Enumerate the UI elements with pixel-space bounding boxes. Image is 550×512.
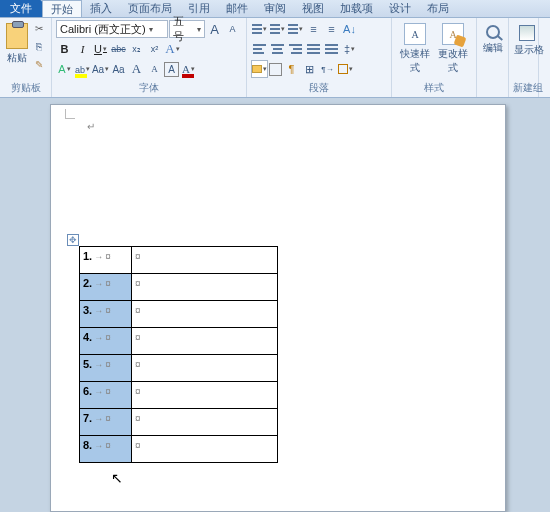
paste-label: 粘贴 bbox=[5, 51, 28, 65]
table-cell-content[interactable]: ¤ bbox=[132, 409, 278, 436]
increase-indent-button[interactable]: ≡ bbox=[323, 20, 340, 38]
table-row[interactable]: 5.→¤¤ bbox=[80, 355, 278, 382]
table-container: ✥ 1.→¤¤2.→¤¤3.→¤¤4.→¤¤5.→¤¤6.→¤¤7.→¤¤8.→… bbox=[79, 246, 505, 463]
table-row[interactable]: 7.→¤¤ bbox=[80, 409, 278, 436]
grow-font-button[interactable]: A bbox=[206, 20, 223, 38]
font-name-combo[interactable]: Calibri (西文正文)▾ bbox=[56, 20, 168, 38]
mouse-cursor: ↖ bbox=[111, 470, 123, 486]
bold-button[interactable]: B bbox=[56, 40, 73, 58]
align-right-button[interactable] bbox=[287, 40, 304, 58]
table-cell-content[interactable]: ¤ bbox=[132, 274, 278, 301]
table-row[interactable]: 2.→¤¤ bbox=[80, 274, 278, 301]
strikethrough-button[interactable]: abc bbox=[110, 40, 127, 58]
font-size-combo[interactable]: 五号▾ bbox=[169, 20, 205, 38]
chevron-down-icon: ▾ bbox=[197, 25, 201, 34]
show-grid-button[interactable]: 显示格 bbox=[513, 20, 541, 74]
numbering-button[interactable]: ▾ bbox=[269, 20, 286, 38]
table-cell-number[interactable]: 5.→¤ bbox=[80, 355, 132, 382]
italic-button[interactable]: I bbox=[74, 40, 91, 58]
change-styles-label: 更改样式 bbox=[435, 47, 471, 75]
table-row[interactable]: 1.→¤¤ bbox=[80, 247, 278, 274]
sort-button[interactable]: A↓ bbox=[341, 20, 358, 38]
table-row[interactable]: 6.→¤¤ bbox=[80, 382, 278, 409]
table-row[interactable]: 3.→¤¤ bbox=[80, 301, 278, 328]
align-center-button[interactable] bbox=[269, 40, 286, 58]
table-cell-content[interactable]: ¤ bbox=[132, 247, 278, 274]
document-viewport[interactable]: ↵ ✥ 1.→¤¤2.→¤¤3.→¤¤4.→¤¤5.→¤¤6.→¤¤7.→¤¤8… bbox=[0, 98, 550, 512]
change-case-button[interactable]: Aa▾ bbox=[92, 60, 109, 78]
tab-review[interactable]: 审阅 bbox=[256, 0, 294, 17]
phonetic-button[interactable]: A▾ bbox=[56, 60, 73, 78]
table-cell-content[interactable]: ¤ bbox=[132, 328, 278, 355]
show-marks-button[interactable]: ¶ bbox=[283, 60, 300, 78]
table-cell-number[interactable]: 8.→¤ bbox=[80, 436, 132, 463]
align-left-button[interactable] bbox=[251, 40, 268, 58]
table-cell-number[interactable]: 3.→¤ bbox=[80, 301, 132, 328]
distribute-button[interactable] bbox=[323, 40, 340, 58]
bullets-button[interactable]: ▾ bbox=[251, 20, 268, 38]
table-cell-content[interactable]: ¤ bbox=[132, 355, 278, 382]
table-cell-number[interactable]: 4.→¤ bbox=[80, 328, 132, 355]
show-grid-label: 显示格 bbox=[514, 43, 540, 57]
page[interactable]: ↵ ✥ 1.→¤¤2.→¤¤3.→¤¤4.→¤¤5.→¤¤6.→¤¤7.→¤¤8… bbox=[50, 104, 506, 512]
tab-insert[interactable]: 插入 bbox=[82, 0, 120, 17]
para-border-button[interactable]: ▾ bbox=[337, 60, 354, 78]
subscript-button[interactable]: x₂ bbox=[128, 40, 145, 58]
document-table[interactable]: 1.→¤¤2.→¤¤3.→¤¤4.→¤¤5.→¤¤6.→¤¤7.→¤¤8.→¤¤ bbox=[79, 246, 278, 463]
tab-page-layout[interactable]: 页面布局 bbox=[120, 0, 180, 17]
ribbon: 粘贴 ✂ ⎘ ✎ 剪贴板 Calibri (西文正文)▾ 五号▾ A A bbox=[0, 18, 550, 98]
borders-button[interactable] bbox=[269, 63, 282, 76]
grid-icon bbox=[519, 25, 535, 41]
copy-button[interactable]: ⎘ bbox=[31, 38, 47, 54]
format-painter-button[interactable]: ✎ bbox=[31, 56, 47, 72]
table-move-handle[interactable]: ✥ bbox=[67, 234, 79, 246]
paragraph-mark: ↵ bbox=[87, 121, 505, 132]
table-cell-content[interactable]: ¤ bbox=[132, 382, 278, 409]
quick-styles-icon: A bbox=[404, 23, 426, 45]
magnifier-icon bbox=[486, 25, 500, 39]
font-smallA-button[interactable]: A bbox=[146, 60, 163, 78]
group-styles: A 快速样式 A 更改样式 样式 bbox=[392, 18, 477, 97]
tab-layout[interactable]: 布局 bbox=[419, 0, 457, 17]
line-spacing-button[interactable]: ‡▾ bbox=[341, 40, 358, 58]
font-bigA-button[interactable]: A bbox=[128, 60, 145, 78]
clear-format-button[interactable]: Aa bbox=[110, 60, 127, 78]
change-styles-button[interactable]: A 更改样式 bbox=[434, 20, 472, 74]
find-button[interactable]: 编辑 bbox=[481, 20, 504, 74]
margin-marker bbox=[65, 109, 75, 119]
paste-button[interactable]: 粘贴 bbox=[4, 20, 29, 76]
table-row[interactable]: 4.→¤¤ bbox=[80, 328, 278, 355]
shading-button[interactable]: ▾ bbox=[251, 60, 268, 78]
font-color-button[interactable]: A▾ bbox=[180, 60, 197, 78]
edit-label: 编辑 bbox=[482, 41, 503, 55]
decrease-indent-button[interactable]: ≡ bbox=[305, 20, 322, 38]
group-paragraph: ▾ ▾ ▾ ≡ ≡ A↓ ‡▾ ▾ ¶ ⊞ ¶→ ▾ bbox=[247, 18, 392, 97]
highlight-button[interactable]: ab▾ bbox=[74, 60, 91, 78]
tab-home[interactable]: 开始 bbox=[42, 0, 82, 17]
ltr-button[interactable]: ¶→ bbox=[319, 60, 336, 78]
table-cell-content[interactable]: ¤ bbox=[132, 436, 278, 463]
table-cell-number[interactable]: 2.→¤ bbox=[80, 274, 132, 301]
char-border-button[interactable]: A bbox=[164, 62, 179, 77]
table-row[interactable]: 8.→¤¤ bbox=[80, 436, 278, 463]
cut-button[interactable]: ✂ bbox=[31, 20, 47, 36]
group-edit: 编辑 bbox=[477, 18, 509, 97]
table-cell-content[interactable]: ¤ bbox=[132, 301, 278, 328]
tab-addins[interactable]: 加载项 bbox=[332, 0, 381, 17]
tab-view[interactable]: 视图 bbox=[294, 0, 332, 17]
tab-file[interactable]: 文件 bbox=[0, 0, 42, 17]
tab-mailings[interactable]: 邮件 bbox=[218, 0, 256, 17]
multilevel-button[interactable]: ▾ bbox=[287, 20, 304, 38]
underline-button[interactable]: U▾ bbox=[92, 40, 109, 58]
shrink-font-button[interactable]: A bbox=[224, 20, 241, 38]
superscript-button[interactable]: x² bbox=[146, 40, 163, 58]
text-effects-button[interactable]: A▾ bbox=[164, 40, 181, 58]
group-new-title: 新建组 bbox=[513, 80, 534, 97]
table-cell-number[interactable]: 6.→¤ bbox=[80, 382, 132, 409]
align-justify-button[interactable] bbox=[305, 40, 322, 58]
tab-design[interactable]: 设计 bbox=[381, 0, 419, 17]
snap-grid-button[interactable]: ⊞ bbox=[301, 60, 318, 78]
table-cell-number[interactable]: 7.→¤ bbox=[80, 409, 132, 436]
table-cell-number[interactable]: 1.→¤ bbox=[80, 247, 132, 274]
quick-styles-button[interactable]: A 快速样式 bbox=[396, 20, 434, 74]
